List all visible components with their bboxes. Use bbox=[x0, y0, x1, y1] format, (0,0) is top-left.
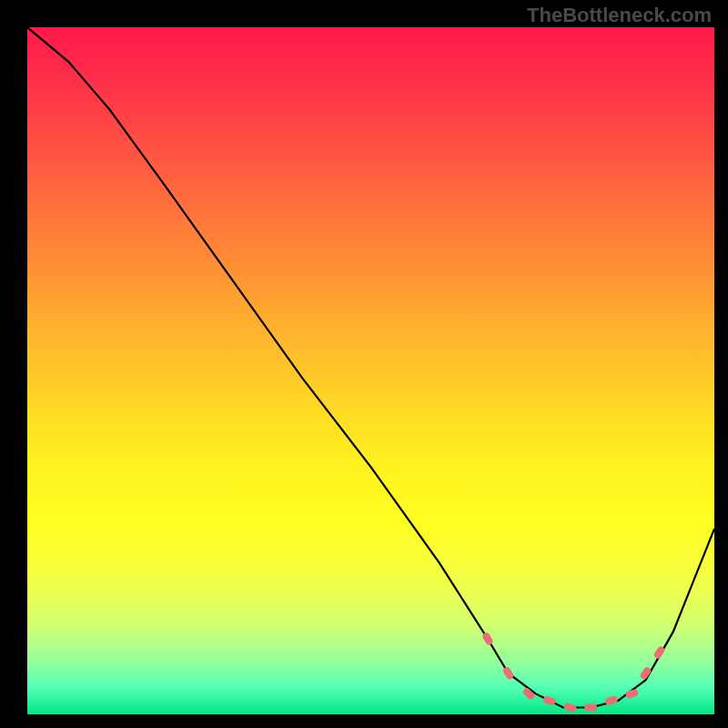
highlight-dot bbox=[563, 702, 578, 713]
main-curve bbox=[27, 27, 714, 708]
highlight-dot bbox=[501, 666, 514, 681]
highlight-dot bbox=[521, 687, 536, 702]
plot-area bbox=[27, 27, 714, 714]
highlight-dot bbox=[624, 688, 639, 699]
chart-svg bbox=[27, 27, 714, 714]
highlight-dot bbox=[542, 695, 557, 706]
highlight-dots-group bbox=[481, 632, 666, 713]
highlight-dot bbox=[481, 632, 494, 646]
watermark-text: TheBottleneck.com bbox=[527, 4, 712, 27]
highlight-dot bbox=[584, 704, 597, 712]
